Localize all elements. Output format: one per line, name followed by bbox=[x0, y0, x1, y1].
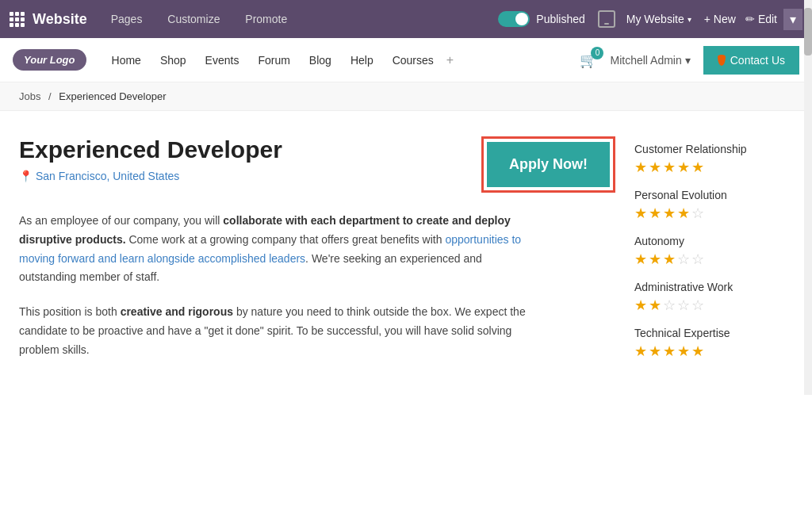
new-button[interactable]: + New bbox=[704, 13, 736, 25]
desc1-plain-start: As an employee of our company, you will bbox=[19, 214, 223, 227]
skill-name: Autonomy bbox=[634, 235, 793, 247]
scrollbar[interactable] bbox=[804, 0, 812, 395]
skill-stars: ★★★★★ bbox=[634, 343, 793, 360]
grid-icon bbox=[10, 12, 25, 27]
brand[interactable]: Website bbox=[10, 11, 87, 28]
filled-star-icon: ★ bbox=[691, 159, 704, 176]
breadcrumb-jobs[interactable]: Jobs bbox=[19, 90, 40, 102]
scrollbar-thumb[interactable] bbox=[804, 8, 812, 56]
user-menu[interactable]: Mitchell Admin ▾ bbox=[610, 54, 690, 67]
breadcrumb: Jobs / Experienced Developer bbox=[0, 82, 812, 111]
main-content: Experienced Developer 📍 San Francisco, U… bbox=[0, 111, 812, 395]
user-label: Mitchell Admin bbox=[610, 54, 681, 67]
filled-star-icon: ★ bbox=[677, 205, 690, 222]
job-desc-paragraph-1: As an employee of our company, you will … bbox=[19, 212, 542, 287]
nav-home[interactable]: Home bbox=[102, 54, 151, 67]
skill-name: Personal Evolution bbox=[634, 189, 793, 201]
nav-customize[interactable]: Customize bbox=[156, 13, 231, 25]
cart-icon[interactable]: 🛒 0 bbox=[580, 52, 597, 69]
right-column: Customer Relationship★★★★★Personal Evolu… bbox=[634, 136, 793, 376]
filled-star-icon: ★ bbox=[649, 251, 661, 268]
filled-star-icon: ★ bbox=[649, 205, 661, 222]
job-description: As an employee of our company, you will … bbox=[19, 212, 542, 360]
admin-nav: Pages Customize Promote bbox=[100, 13, 299, 25]
apply-button-wrapper: Apply Now! bbox=[481, 136, 615, 193]
filled-star-icon: ★ bbox=[649, 159, 661, 176]
plus-icon: + bbox=[704, 13, 710, 25]
admin-bar: Website Pages Customize Promote Publishe… bbox=[0, 0, 812, 38]
cart-badge: 0 bbox=[591, 47, 603, 59]
user-caret-icon: ▾ bbox=[685, 54, 691, 67]
nav-events[interactable]: Events bbox=[196, 54, 249, 67]
job-header: Experienced Developer 📍 San Francisco, U… bbox=[19, 136, 615, 193]
skills-section: Customer Relationship★★★★★Personal Evolu… bbox=[634, 143, 793, 360]
desc1-plain-mid: Come work at a growing company that offe… bbox=[126, 233, 446, 246]
skill-row: Customer Relationship★★★★★ bbox=[634, 143, 793, 176]
filled-star-icon: ★ bbox=[634, 251, 647, 268]
job-title-block: Experienced Developer 📍 San Francisco, U… bbox=[19, 136, 282, 182]
nav-help[interactable]: Help bbox=[341, 54, 383, 67]
job-title: Experienced Developer bbox=[19, 136, 282, 163]
skill-row: Technical Expertise★★★★★ bbox=[634, 327, 793, 360]
skill-stars: ★★★☆☆ bbox=[634, 251, 793, 268]
edit-label: Edit bbox=[758, 13, 777, 25]
my-website-label: My Website bbox=[626, 13, 684, 25]
filled-star-icon: ★ bbox=[663, 251, 676, 268]
filled-star-icon: ★ bbox=[677, 343, 690, 360]
filled-star-icon: ★ bbox=[677, 159, 690, 176]
desc2-bold: creative and rigorous bbox=[121, 305, 233, 318]
skill-name: Technical Expertise bbox=[634, 327, 793, 339]
left-column: Experienced Developer 📍 San Francisco, U… bbox=[19, 136, 615, 376]
pencil-icon: ✏ bbox=[745, 13, 755, 25]
new-label: New bbox=[714, 13, 736, 25]
skill-stars: ★★☆☆☆ bbox=[634, 297, 793, 314]
drop-icon bbox=[718, 55, 726, 66]
breadcrumb-current: Experienced Developer bbox=[59, 90, 166, 102]
skill-stars: ★★★★★ bbox=[634, 159, 793, 176]
job-location: 📍 San Francisco, United States bbox=[19, 170, 282, 182]
contact-label: Contact Us bbox=[730, 54, 785, 67]
edit-button[interactable]: ✏ Edit bbox=[745, 13, 777, 25]
empty-star-icon: ☆ bbox=[677, 251, 690, 268]
location-pin-icon: 📍 bbox=[19, 170, 33, 182]
empty-star-icon: ☆ bbox=[677, 297, 690, 314]
apply-now-button[interactable]: Apply Now! bbox=[487, 142, 610, 187]
filled-star-icon: ★ bbox=[634, 343, 647, 360]
more-button[interactable]: ▾ bbox=[783, 9, 802, 30]
published-label: Published bbox=[536, 13, 585, 25]
filled-star-icon: ★ bbox=[634, 297, 647, 314]
skill-name: Customer Relationship bbox=[634, 143, 793, 155]
nav-promote[interactable]: Promote bbox=[234, 13, 298, 25]
filled-star-icon: ★ bbox=[663, 205, 676, 222]
nav-shop[interactable]: Shop bbox=[151, 54, 196, 67]
job-desc-paragraph-2: This position is both creative and rigor… bbox=[19, 303, 542, 359]
desc2-plain-start: This position is both bbox=[19, 305, 121, 318]
contact-button[interactable]: Contact Us bbox=[703, 46, 799, 75]
mobile-icon[interactable] bbox=[598, 10, 615, 28]
site-nav: Your Logo Home Shop Events Forum Blog He… bbox=[0, 38, 812, 82]
nav-blog[interactable]: Blog bbox=[300, 54, 341, 67]
skill-stars: ★★★★☆ bbox=[634, 205, 793, 222]
add-nav-icon[interactable]: + bbox=[446, 53, 454, 67]
nav-forum[interactable]: Forum bbox=[248, 54, 299, 67]
filled-star-icon: ★ bbox=[634, 159, 647, 176]
filled-star-icon: ★ bbox=[663, 343, 676, 360]
nav-courses[interactable]: Courses bbox=[383, 54, 443, 67]
toggle-switch[interactable] bbox=[498, 11, 530, 27]
empty-star-icon: ☆ bbox=[691, 251, 704, 268]
skill-row: Autonomy★★★☆☆ bbox=[634, 235, 793, 268]
empty-star-icon: ☆ bbox=[691, 205, 704, 222]
job-location-text: San Francisco, United States bbox=[36, 170, 179, 182]
filled-star-icon: ★ bbox=[663, 159, 676, 176]
breadcrumb-separator: / bbox=[48, 90, 52, 102]
skill-name: Administrative Work bbox=[634, 281, 793, 293]
filled-star-icon: ★ bbox=[691, 343, 704, 360]
brand-label: Website bbox=[33, 11, 87, 28]
empty-star-icon: ☆ bbox=[691, 297, 704, 314]
site-logo[interactable]: Your Logo bbox=[13, 49, 86, 71]
nav-pages[interactable]: Pages bbox=[100, 13, 154, 25]
skill-row: Personal Evolution★★★★☆ bbox=[634, 189, 793, 222]
published-toggle[interactable]: Published bbox=[498, 11, 585, 27]
my-website-button[interactable]: My Website ▾ bbox=[626, 13, 691, 25]
filled-star-icon: ★ bbox=[634, 205, 647, 222]
